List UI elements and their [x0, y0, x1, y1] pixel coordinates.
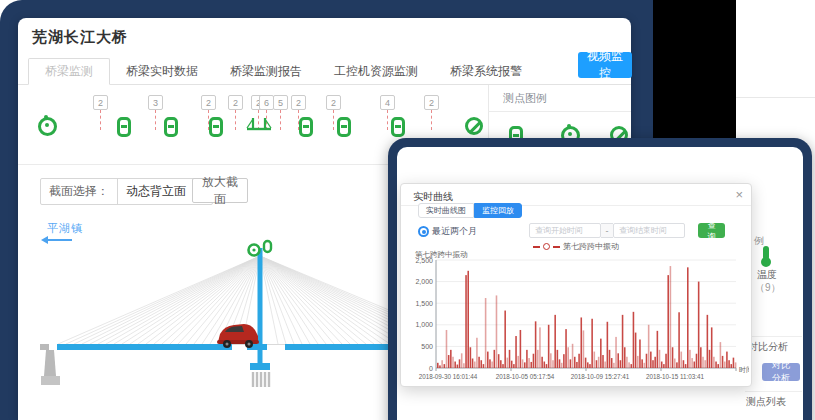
- chart-bar: [494, 350, 496, 368]
- chart-bar: [717, 364, 719, 368]
- section-select-value: 动态背立面: [126, 183, 186, 200]
- chart-bar: [498, 354, 500, 368]
- chart-bar: [600, 339, 602, 368]
- chart-bar: [635, 333, 637, 368]
- chart-bar: [602, 355, 604, 368]
- chart-bar: [496, 295, 498, 368]
- chart-bar: [622, 315, 624, 368]
- zoom-section-button[interactable]: 放大截面: [192, 178, 248, 203]
- svg-text:2018-10-15 11:03:41: 2018-10-15 11:03:41: [646, 373, 705, 380]
- chart-bar: [530, 362, 532, 368]
- chart-bar: [537, 350, 539, 368]
- chart-bar: [561, 363, 563, 368]
- chart-bar: [589, 364, 591, 368]
- chart-bar: [620, 360, 622, 368]
- chart-bar: [546, 364, 548, 368]
- main-tab-2[interactable]: 桥梁监测报告: [214, 58, 318, 84]
- svg-text:2018-10-09 15:27:41: 2018-10-09 15:27:41: [571, 373, 630, 380]
- chart-bar: [509, 350, 511, 368]
- svg-text:500: 500: [421, 343, 433, 350]
- chart-bar: [472, 359, 474, 369]
- chart-bar: [730, 364, 732, 368]
- no-entry-icon: [465, 117, 483, 135]
- chart-bar: [707, 315, 709, 368]
- chart-bar: [470, 347, 472, 368]
- chart-bar: [459, 359, 461, 368]
- query-start-time-input[interactable]: [529, 223, 601, 238]
- chart-bar: [611, 358, 613, 368]
- temperature-count: （9）: [755, 281, 781, 295]
- chart-bar: [476, 338, 478, 368]
- chart-bar: [667, 275, 669, 368]
- chart-bar: [713, 357, 715, 368]
- chart-bar: [654, 357, 656, 368]
- chart-bar: [641, 359, 643, 368]
- chart-bar: [607, 322, 609, 368]
- chart-bar: [704, 360, 706, 368]
- compare-analysis-button[interactable]: 对比分析: [762, 363, 800, 381]
- chart-bar: [596, 360, 598, 368]
- chart-bar: [478, 357, 480, 368]
- background-window-fragment: [736, 0, 815, 138]
- query-button[interactable]: 查询: [698, 223, 725, 238]
- main-tab-4[interactable]: 桥梁系统报警: [434, 58, 538, 84]
- tower-top-gauge-icon: [249, 245, 260, 256]
- chart-bar: [661, 362, 663, 368]
- chart-bar: [446, 330, 448, 368]
- chart-bar: [450, 350, 452, 368]
- vibration-sensor-icon: [337, 117, 351, 137]
- chart-bar: [604, 362, 606, 368]
- chart-bar: [639, 339, 641, 368]
- sensor-count-badge: 6: [259, 95, 274, 110]
- chart-bar: [722, 356, 724, 368]
- chart-bar: [652, 360, 654, 368]
- chart-bar: [439, 365, 441, 368]
- chart-bar: [683, 360, 685, 368]
- svg-text:2018-10-05 05:17:54: 2018-10-05 05:17:54: [496, 373, 555, 380]
- chart-bar: [613, 363, 615, 368]
- chart-bar: [637, 356, 639, 368]
- query-end-time-input[interactable]: [613, 223, 685, 238]
- chart-bar: [465, 275, 467, 368]
- main-tab-3[interactable]: 工控机资源监测: [318, 58, 434, 84]
- main-tab-1[interactable]: 桥梁实时数据: [110, 58, 214, 84]
- chart-bar: [559, 359, 561, 368]
- chart-bar: [672, 347, 674, 368]
- chart-bar: [691, 358, 693, 368]
- svg-text:2,500: 2,500: [415, 257, 433, 264]
- close-icon[interactable]: ×: [735, 187, 743, 202]
- chart-bar: [554, 315, 556, 368]
- recent-two-months-radio[interactable]: [418, 226, 429, 237]
- sensor-count-badge: 4: [380, 95, 395, 110]
- chart-bar: [563, 354, 565, 368]
- chart-bar: [504, 311, 506, 368]
- chart-bar: [696, 354, 698, 368]
- chart-bar: [444, 364, 446, 368]
- chart-bar: [689, 350, 691, 368]
- vibration-sensor-icon: [164, 117, 178, 137]
- chart-bar: [535, 321, 537, 368]
- main-tab-0[interactable]: 桥梁监测: [28, 58, 110, 85]
- point-list-title: 测点列表: [746, 395, 786, 409]
- chart-bar: [487, 352, 489, 368]
- vibration-sensor-icon: [391, 117, 405, 137]
- chart-bar: [685, 364, 687, 368]
- chart-bar: [700, 347, 702, 368]
- section-select-label: 截面选择：: [41, 183, 117, 200]
- dashed-marker-line: [100, 110, 101, 130]
- sensor-count-badge: 2: [424, 95, 439, 110]
- sensor-count-badge: 2: [291, 95, 306, 110]
- chart-bar: [659, 350, 661, 368]
- vibration-sensor-icon: [117, 117, 131, 137]
- chart-bar: [644, 363, 646, 368]
- chart-bar: [452, 357, 454, 368]
- temperature-label: 温度: [757, 268, 777, 282]
- chart-bar: [626, 357, 628, 368]
- tab-playback[interactable]: 监控回放: [474, 203, 522, 218]
- chart-bar: [491, 362, 493, 368]
- chart-bar: [578, 354, 580, 368]
- tab-realtime-curve[interactable]: 实时曲线图: [418, 203, 474, 218]
- dashed-marker-line: [280, 110, 281, 130]
- modal-tab-group: 实时曲线图 监控回放: [418, 203, 522, 218]
- dashed-marker-line: [333, 110, 334, 130]
